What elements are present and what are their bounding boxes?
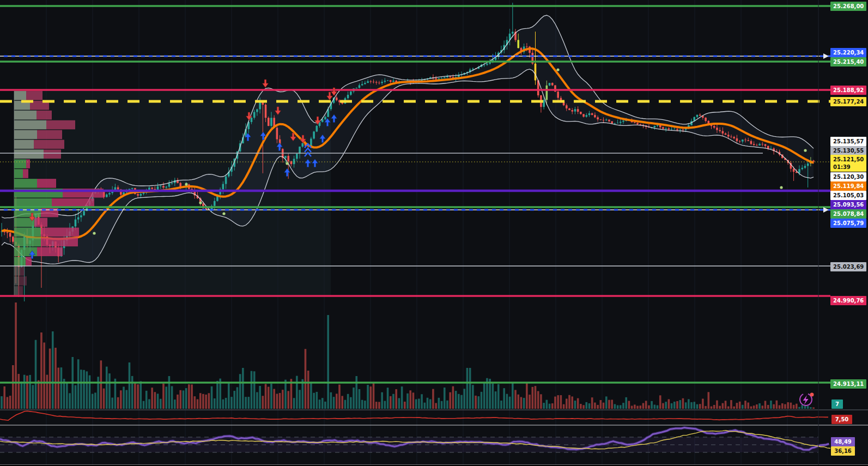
label-price-text: 25.119,84 bbox=[833, 183, 864, 190]
price-axis-label[interactable]: 25.268,00 bbox=[830, 2, 866, 11]
label-price-text: 25.188,92 bbox=[833, 87, 864, 94]
price-axis-label[interactable]: 25.121,5001:39 bbox=[830, 155, 866, 172]
lime-dot-marker bbox=[556, 68, 559, 71]
label-price-text: 36,16 bbox=[832, 447, 854, 455]
lime-dot-marker bbox=[93, 232, 95, 234]
lime-dot-marker bbox=[804, 149, 806, 152]
label-price-text: 25.220,34 bbox=[833, 49, 864, 57]
label-price-text: 25.075,79 bbox=[833, 220, 864, 227]
price-axis-label[interactable]: 25.177,24 bbox=[830, 97, 866, 106]
price-axis-label[interactable]: 25.023,69 bbox=[830, 262, 866, 271]
price-axis-label[interactable]: 24.990,76 bbox=[830, 296, 866, 305]
price-axis-label[interactable]: 25.130,55 bbox=[830, 146, 866, 155]
price-axis-label[interactable]: 25.075,79 bbox=[830, 219, 866, 228]
chart-canvas[interactable] bbox=[0, 0, 868, 466]
label-price-text: 25.268,00 bbox=[833, 3, 864, 10]
price-axis-label[interactable]: 25.078,84 bbox=[830, 209, 866, 219]
lime-dot-marker bbox=[199, 201, 202, 204]
label-price-text: 7,50 bbox=[833, 416, 851, 423]
pane-value-label[interactable]: 48,49 bbox=[831, 437, 855, 446]
trading-chart: 25.268,0025.220,3425.215,4025.188,9225.1… bbox=[0, 0, 868, 466]
notification-dot bbox=[810, 393, 814, 397]
lime-dot-marker bbox=[222, 212, 225, 215]
pane-value-label[interactable]: 36,16 bbox=[831, 446, 855, 456]
label-countdown-text: 01:39 bbox=[833, 164, 864, 171]
price-axis-label[interactable]: 25.220,34 bbox=[830, 48, 866, 57]
label-price-text: 25.120,30 bbox=[833, 173, 864, 181]
label-price-text: 7 bbox=[833, 401, 842, 408]
label-price-text: 25.023,69 bbox=[833, 263, 864, 271]
label-price-text: 48,49 bbox=[832, 438, 854, 446]
lime-dot-marker bbox=[780, 186, 782, 189]
lime-dot-marker bbox=[185, 183, 187, 185]
label-price-text: 25.135,57 bbox=[833, 138, 864, 146]
price-axis-label[interactable]: 25.105,03 bbox=[830, 191, 866, 200]
label-price-text: 25.130,55 bbox=[833, 147, 864, 155]
price-axis-label[interactable]: 25.188,92 bbox=[830, 86, 866, 95]
label-price-text: 24.990,76 bbox=[833, 297, 864, 305]
label-price-text: 25.105,03 bbox=[833, 192, 864, 199]
price-axis-label[interactable]: 25.215,40 bbox=[830, 57, 866, 66]
price-axis-label[interactable]: 25.120,30 bbox=[830, 172, 866, 181]
label-price-text: 25.121,50 bbox=[833, 156, 864, 164]
price-axis-label[interactable]: 25.135,57 bbox=[830, 137, 866, 146]
price-axis-label[interactable]: 25.119,84 bbox=[830, 181, 866, 191]
price-axis-label[interactable]: 24.913,11 bbox=[830, 379, 866, 389]
label-price-text: 25.093,56 bbox=[833, 201, 864, 209]
label-price-text: 24.913,11 bbox=[833, 380, 864, 388]
price-axis-label[interactable]: 25.093,56 bbox=[830, 200, 866, 209]
pane-value-label[interactable]: 7 bbox=[831, 400, 843, 409]
label-price-text: 25.177,24 bbox=[833, 98, 864, 106]
label-price-text: 25.078,84 bbox=[833, 210, 864, 218]
pane-value-label[interactable]: 7,50 bbox=[831, 415, 852, 424]
label-price-text: 25.215,40 bbox=[833, 58, 864, 66]
lime-dot-marker bbox=[286, 162, 288, 165]
